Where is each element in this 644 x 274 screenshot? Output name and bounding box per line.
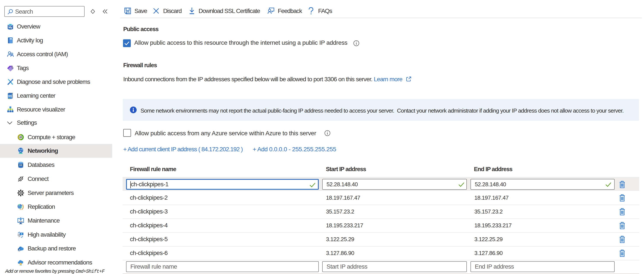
svg-text:$: $ (20, 136, 22, 139)
svg-text:My: My (8, 26, 12, 29)
svg-text:DB: DB (19, 164, 22, 166)
svg-text:101: 101 (8, 95, 12, 97)
